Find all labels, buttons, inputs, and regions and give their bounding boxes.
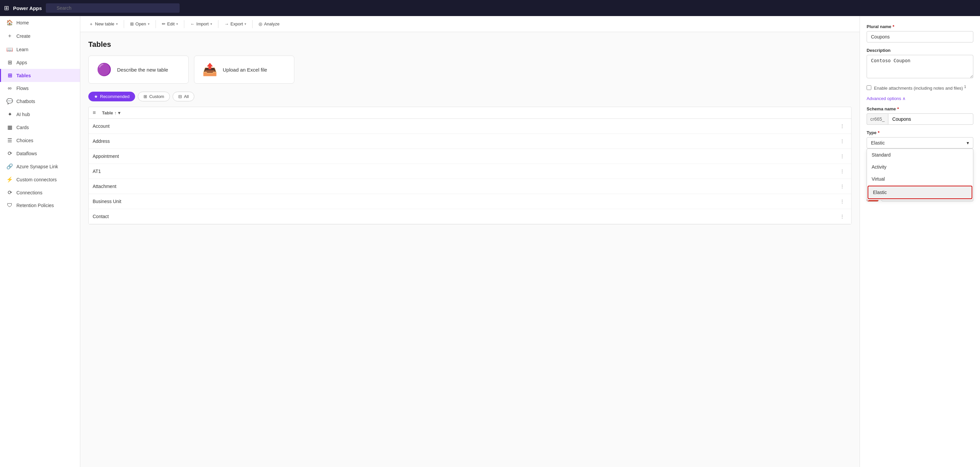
- import-icon: ←: [190, 21, 195, 26]
- schema-name-input[interactable]: [888, 113, 973, 125]
- type-required: *: [878, 130, 879, 135]
- sidebar-label-custom-connectors: Custom connectors: [16, 177, 57, 182]
- sidebar-item-create[interactable]: ＋ Create: [0, 29, 80, 43]
- schema-name-label: Schema name *: [867, 107, 973, 112]
- custom-connectors-icon: ⚡: [6, 176, 13, 183]
- type-selected-value: Elastic: [871, 140, 885, 145]
- enable-attachments-checkbox[interactable]: [867, 85, 871, 90]
- home-icon: 🏠: [6, 19, 13, 26]
- sidebar-item-tables[interactable]: ⊞ Tables: [0, 69, 80, 82]
- connections-icon: ⟳: [6, 189, 13, 196]
- new-table-label: New table: [95, 21, 115, 26]
- table-row[interactable]: Address ⋮: [89, 134, 851, 149]
- sidebar-item-retention[interactable]: 🛡 Retention Policies: [0, 199, 80, 212]
- edit-button[interactable]: ✏ Edit ▾: [159, 20, 181, 28]
- table-row[interactable]: Appointment ⋮: [89, 149, 851, 164]
- filter-all-label: All: [184, 94, 189, 99]
- sidebar-item-flows[interactable]: ∞ Flows: [0, 82, 80, 95]
- main-area: ＋ New table ▾ ⊞ Open ▾ ✏ Edit ▾ ← Import…: [80, 16, 859, 467]
- sidebar-item-azure-synapse[interactable]: 🔗 Azure Synapse Link: [0, 160, 80, 173]
- filter-recommended-label: Recommended: [100, 94, 129, 99]
- open-button[interactable]: ⊞ Open ▾: [127, 20, 153, 28]
- new-table-button[interactable]: ＋ New table ▾: [86, 19, 121, 29]
- type-field: Type * Elastic ▾ Standard Activity Virtu: [867, 130, 973, 148]
- dataflows-icon: ⟳: [6, 150, 13, 156]
- analyze-button[interactable]: ◎ Analyze: [255, 20, 283, 28]
- row-more-account[interactable]: ⋮: [837, 122, 847, 130]
- row-more-business-unit[interactable]: ⋮: [837, 198, 847, 206]
- row-more-appointment[interactable]: ⋮: [837, 152, 847, 160]
- sidebar-item-aihub[interactable]: ✦ AI hub: [0, 108, 80, 121]
- type-option-standard[interactable]: Standard: [867, 149, 973, 161]
- sidebar-label-azure-synapse: Azure Synapse Link: [16, 164, 58, 169]
- tables-icon: ⊞: [6, 72, 13, 79]
- filter-row: ★ Recommended ⊞ Custom ⊟ All: [88, 92, 851, 101]
- type-option-activity[interactable]: Activity: [867, 161, 973, 173]
- description-field: Description: [867, 48, 973, 79]
- sidebar-item-cards[interactable]: ▦ Cards: [0, 121, 80, 134]
- type-label: Type *: [867, 130, 973, 135]
- table-row[interactable]: AT1 ⋮: [89, 164, 851, 179]
- edit-icon: ✏: [162, 21, 165, 26]
- row-name-business-unit: Business Unit: [93, 199, 837, 204]
- table-sort-button[interactable]: Table ↑ ▾: [102, 110, 121, 115]
- row-more-at1[interactable]: ⋮: [837, 167, 847, 175]
- schema-name-field: Schema name * cr665_: [867, 107, 973, 125]
- describe-card[interactable]: 🟣 Describe the new table: [88, 56, 189, 84]
- sidebar-item-custom-connectors[interactable]: ⚡ Custom connectors: [0, 173, 80, 186]
- type-option-virtual[interactable]: Virtual: [867, 173, 973, 185]
- star-icon: ★: [94, 94, 98, 99]
- sidebar-label-tables: Tables: [16, 73, 31, 78]
- table-row[interactable]: Attachment ⋮: [89, 179, 851, 194]
- column-table-label: Table: [102, 110, 113, 115]
- table-row[interactable]: Contact ⋮: [89, 209, 851, 224]
- sidebar-label-apps: Apps: [16, 60, 27, 65]
- filter-all[interactable]: ⊟ All: [173, 92, 194, 101]
- plural-name-label: Plural name *: [867, 24, 973, 29]
- sidebar-item-home[interactable]: 🏠 Home: [0, 16, 80, 29]
- page-title: Tables: [88, 40, 851, 49]
- row-more-address[interactable]: ⋮: [837, 137, 847, 145]
- grid-icon[interactable]: ⊞: [4, 4, 9, 12]
- open-chevron: ▾: [148, 22, 150, 26]
- sidebar-label-retention: Retention Policies: [16, 203, 54, 208]
- sidebar-label-create: Create: [16, 33, 30, 39]
- list-view-icon: ≡: [93, 110, 102, 116]
- sidebar-item-dataflows[interactable]: ⟳ Dataflows: [0, 147, 80, 160]
- filter-custom-label: Custom: [149, 94, 164, 99]
- filter-custom[interactable]: ⊞ Custom: [138, 92, 170, 101]
- choices-icon: ☰: [6, 137, 13, 143]
- sidebar-label-chatbots: Chatbots: [16, 99, 35, 104]
- table-row[interactable]: Business Unit ⋮: [89, 194, 851, 209]
- row-more-attachment[interactable]: ⋮: [837, 182, 847, 190]
- export-icon: →: [224, 21, 229, 26]
- sidebar-item-choices[interactable]: ☰ Choices: [0, 134, 80, 147]
- description-input[interactable]: [867, 55, 973, 78]
- sidebar-label-learn: Learn: [16, 47, 29, 52]
- upload-card[interactable]: 📤 Upload an Excel file: [194, 56, 294, 84]
- type-option-elastic[interactable]: Elastic: [868, 186, 972, 199]
- new-table-chevron: ▾: [116, 22, 118, 26]
- row-name-address: Address: [93, 139, 837, 144]
- sidebar-item-apps[interactable]: ⊞ Apps: [0, 56, 80, 69]
- chatbots-icon: 💬: [6, 98, 13, 104]
- sidebar-item-connections[interactable]: ⟳ Connections: [0, 186, 80, 199]
- upload-label: Upload an Excel file: [223, 67, 267, 73]
- search-input[interactable]: [46, 3, 180, 13]
- table-row[interactable]: Account ⋮: [89, 119, 851, 134]
- export-button[interactable]: → Export ▾: [221, 20, 250, 28]
- advanced-options-toggle[interactable]: Advanced options ∧: [867, 96, 973, 101]
- right-panel: Plural name * Description Enable attachm…: [859, 16, 980, 467]
- content-area: Tables 🟣 Describe the new table 📤 Upload…: [80, 32, 859, 467]
- filter-recommended[interactable]: ★ Recommended: [88, 92, 135, 101]
- topbar: ⊞ Power Apps 🔍: [0, 0, 980, 16]
- row-more-contact[interactable]: ⋮: [837, 212, 847, 220]
- edit-chevron: ▾: [176, 22, 178, 26]
- retention-icon: 🛡: [6, 202, 13, 209]
- search-wrap: 🔍: [46, 3, 180, 13]
- sidebar-item-learn[interactable]: 📖 Learn: [0, 43, 80, 56]
- sidebar-item-chatbots[interactable]: 💬 Chatbots: [0, 95, 80, 108]
- type-dropdown[interactable]: Elastic ▾: [867, 137, 973, 148]
- plural-name-input[interactable]: [867, 31, 973, 43]
- import-button[interactable]: ← Import ▾: [187, 20, 215, 28]
